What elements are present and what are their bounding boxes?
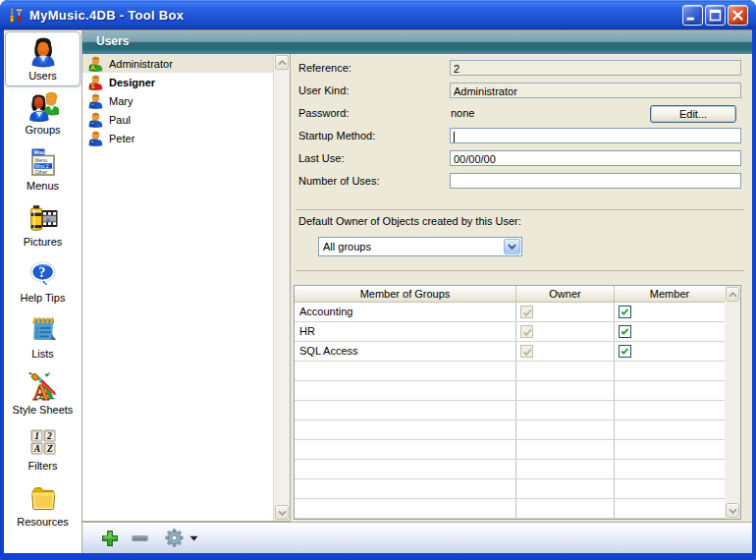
last-use-input[interactable]: 00/00/00 [450,150,741,166]
window-title: MyMusic.4DB - Tool Box [29,8,184,23]
user-row-mary[interactable]: Mary [82,91,273,110]
form-row-number-of-uses: Number of Uses: [291,173,752,196]
last-use-label: Last Use: [298,150,344,166]
svg-text:2: 2 [46,431,52,441]
groups-table: Member of Groups Owner Member Accounting [294,285,741,520]
owner-checkbox[interactable] [520,345,533,358]
sidebar-item-label: Groups [25,124,60,137]
form-row-last-use: Last Use: 00/00/00 [291,150,752,173]
default-owner-select[interactable]: All groups [318,237,522,256]
combo-arrow-button[interactable] [504,239,520,254]
user-icon [87,131,103,146]
svg-text:A: A [90,64,95,71]
user-row-designer[interactable]: S Designer [82,73,273,91]
svg-text:1: 1 [34,431,39,441]
owner-checkbox[interactable] [520,306,533,318]
group-name-cell: SQL Access [295,342,516,361]
plus-icon [101,530,119,547]
svg-text:Other: Other [34,169,47,175]
column-header-member-of-groups: Member of Groups [295,286,516,302]
sidebar-item-help-tips[interactable]: ? Help Tips [4,254,81,310]
empty-row [295,420,725,440]
user-row-administrator[interactable]: A Administrator [82,54,273,73]
column-header-member: Member [615,286,725,302]
svg-text:S: S [90,83,95,89]
svg-text:Z: Z [46,444,53,454]
sidebar-item-menus[interactable]: Mnu Menu Mnu 2 Other Menus [4,142,81,198]
user-row-peter[interactable]: Peter [82,129,273,147]
close-button[interactable] [728,5,748,26]
toolbox-icon[interactable] [8,7,25,24]
groups-icon [27,90,59,122]
add-user-button[interactable] [101,530,119,547]
sidebar-item-groups[interactable]: Groups [4,86,81,142]
number-of-uses-input[interactable] [450,173,741,189]
user-name: Mary [109,95,133,107]
form-row-startup-method: Startup Method: [291,128,752,150]
owner-checkbox[interactable] [520,325,533,338]
member-checkbox[interactable] [619,345,631,358]
member-cell [615,303,725,321]
sidebar-item-label: Style Sheets [13,404,74,417]
divider [296,209,744,210]
table-scrollbar[interactable] [725,286,740,519]
section-title: Users [96,34,129,48]
bottom-toolbar [82,522,752,553]
actions-menu-button[interactable] [165,529,198,547]
user-kind-label: User Kind: [298,83,349,98]
menus-icon: Mnu Menu Mnu 2 Other [27,146,59,178]
resources-icon [27,482,59,514]
user-kind-field: Administrator [450,83,741,98]
scroll-down-button[interactable] [726,503,739,518]
sidebar-item-filters[interactable]: 1 2 A Z Filters [4,422,81,478]
divider [296,270,744,271]
sidebar-item-label: Pictures [24,236,63,249]
user-list-panel: A Administrator [82,54,291,522]
title-bar: MyMusic.4DB - Tool Box [0,0,756,29]
user-name: Designer [109,77,155,88]
sidebar-item-users[interactable]: Users [5,31,81,86]
sidebar-item-pictures[interactable]: Pictures [4,198,81,254]
user-row-paul[interactable]: Paul [82,110,273,129]
style-sheets-icon: A A [27,370,59,402]
svg-text:Mnu: Mnu [33,149,43,155]
member-checkbox[interactable] [619,325,631,338]
group-name-cell: Accounting [295,303,516,321]
sidebar-item-label: Menus [27,180,59,193]
filters-icon: 1 2 A Z [27,426,59,458]
user-name: Administrator [109,58,173,70]
help-tips-icon: ? [27,258,59,290]
toolbox-window: MyMusic.4DB - Tool Box [0,0,756,560]
member-cell [615,322,725,341]
user-list-scrollbar[interactable] [273,54,290,521]
startup-method-input[interactable] [450,128,741,143]
sidebar-item-resources[interactable]: Resources [4,478,81,534]
scroll-down-button[interactable] [275,505,289,520]
gear-icon [165,529,184,547]
scroll-up-button[interactable] [726,287,739,302]
scroll-up-button[interactable] [275,55,289,70]
empty-row [295,460,725,479]
reference-field: 2 [450,60,741,76]
form-row-password: Password: none Edit... [291,105,752,128]
column-header-owner: Owner [516,286,615,302]
dropdown-arrow-icon [189,535,198,541]
svg-text:Mnu 2: Mnu 2 [34,163,48,169]
window-controls [682,5,748,26]
remove-user-button[interactable] [131,530,149,547]
minimize-button[interactable] [682,5,703,26]
owner-cell [516,322,615,341]
sidebar-item-label: Filters [28,460,58,473]
empty-row [295,499,725,519]
owner-cell [516,303,615,321]
maximize-button[interactable] [705,5,726,26]
member-checkbox[interactable] [619,306,631,318]
edit-password-button[interactable]: Edit... [650,105,736,123]
svg-text:?: ? [38,265,45,280]
sidebar-item-lists[interactable]: 123 Lists [4,310,81,366]
groups-table-header: Member of Groups Owner Member [295,286,725,303]
sidebar-item-label: Users [28,70,57,83]
user-name: Paul [109,114,131,126]
sidebar-item-style-sheets[interactable]: A A Style Sheets [4,366,81,422]
main-panel: Users A [82,30,752,553]
